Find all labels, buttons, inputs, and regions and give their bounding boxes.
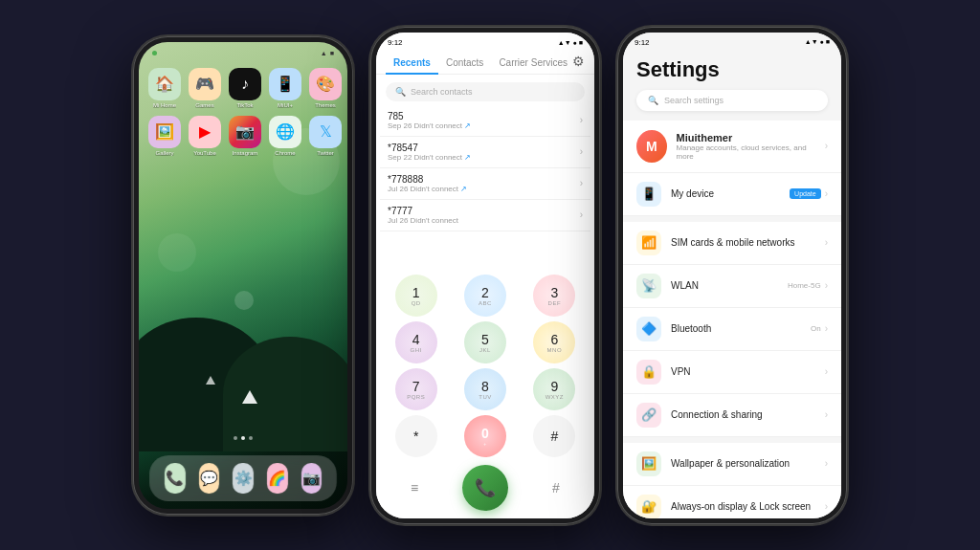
wallpaper-icon: 🖼️: [636, 451, 661, 476]
app-themes[interactable]: 🎨 Themes: [309, 68, 342, 108]
bluetooth-chevron: ›: [825, 323, 828, 334]
dial-key-6[interactable]: 6 MNO: [533, 321, 575, 363]
dock-photos[interactable]: 🌈: [267, 463, 288, 494]
call-chevron-1: ›: [580, 146, 583, 157]
my-device-icon: 📱: [636, 182, 661, 207]
app-miui[interactable]: 📱 MiUI+: [269, 68, 301, 108]
dial-key-1[interactable]: 1 QD: [395, 275, 437, 317]
dial-key-8[interactable]: 8 TUV: [464, 368, 506, 410]
call-item-1[interactable]: *78547 Sep 22 Didn't connect ↗ ›: [380, 137, 590, 168]
settings-item-vpn[interactable]: 🔒 VPN ›: [623, 351, 841, 394]
my-device-title: My device: [671, 188, 780, 199]
profile-item[interactable]: M Miuithemer Manage accounts, cloud serv…: [623, 121, 841, 173]
app-gallery[interactable]: 🖼️ Gallery: [148, 116, 181, 156]
dial-key-2-label: 2: [481, 285, 489, 300]
settings-time: 9:12: [635, 38, 650, 47]
sim-chevron: ›: [825, 237, 828, 248]
dock-settings[interactable]: ⚙️: [233, 463, 254, 494]
phone-tabs: Recents Contacts Carrier Services ⚙: [376, 50, 594, 75]
settings-item-wlan[interactable]: 📡 WLAN Home-5G ›: [623, 265, 841, 308]
app-chrome[interactable]: 🌐 Chrome: [269, 116, 301, 156]
wallpaper-title: Wallpaper & personalization: [671, 458, 815, 469]
dialpad-grid-button[interactable]: #: [541, 473, 571, 503]
dial-key-4-sub: GHI: [411, 347, 422, 353]
hill-left: [139, 318, 273, 451]
settings-screen: 9:12 ▲▼ ● ■ Settings 🔍 Search settings: [623, 33, 841, 518]
recent-calls-list: 785 Sep 26 Didn't connect ↗ › *78547: [376, 105, 594, 269]
settings-item-my-device[interactable]: 📱 My device Update ›: [623, 173, 841, 216]
settings-item-sim[interactable]: 📶 SIM cards & mobile networks ›: [623, 222, 841, 265]
battery-wifi-icons: ▲▼ ● ■: [558, 39, 583, 46]
deco-dot: [234, 291, 254, 310]
app-twitter[interactable]: 𝕏 Twitter: [309, 116, 342, 156]
wallpaper-content: Wallpaper & personalization: [671, 458, 815, 469]
settings-search-bar[interactable]: 🔍 Search settings: [636, 90, 828, 111]
profile-subtitle: Manage accounts, cloud services, and mor…: [677, 143, 815, 161]
tab-carrier-services[interactable]: Carrier Services: [491, 54, 575, 74]
wlan-chevron: ›: [825, 280, 828, 291]
app-instagram[interactable]: 📷 Instagram: [229, 116, 261, 156]
deco-circle-2: [158, 233, 196, 272]
dial-key-6-sub: MNO: [547, 347, 563, 353]
settings-item-connection[interactable]: 🔗 Connection & sharing ›: [623, 394, 841, 437]
profile-name: Miuithemer: [677, 132, 815, 143]
phone-app-time: 9:12: [388, 38, 403, 47]
app-tiktok[interactable]: ♪ TikTok: [229, 68, 261, 108]
call-chevron-2: ›: [580, 178, 583, 188]
call-chevron-0: ›: [580, 115, 583, 125]
phone-1: ▲ ■ 🏠 Mi Home 🎮 Games ♪: [133, 36, 353, 515]
call-number-1: *78547: [388, 143, 471, 153]
dial-key-0[interactable]: 0 +: [464, 415, 506, 457]
settings-list: M Miuithemer Manage accounts, cloud serv…: [623, 121, 841, 518]
dial-key-3[interactable]: 3 DEF: [533, 275, 575, 317]
dial-key-9[interactable]: 9 WXYZ: [533, 368, 575, 410]
dialpad-grid: 1 QD 2 ABC 3 DEF 4 GHI: [384, 275, 587, 457]
dial-key-3-sub: DEF: [548, 300, 562, 306]
settings-title: Settings: [636, 57, 828, 82]
dialpad-menu-button[interactable]: ≡: [399, 473, 430, 503]
settings-item-wallpaper[interactable]: 🖼️ Wallpaper & personalization ›: [623, 443, 841, 486]
settings-item-aod[interactable]: 🔐 Always-on display & Lock screen ›: [623, 486, 841, 518]
gear-icon[interactable]: ⚙: [572, 54, 585, 69]
tab-contacts[interactable]: Contacts: [438, 54, 491, 74]
call-item-3[interactable]: *7777 Jul 26 Didn't connect ›: [380, 200, 590, 231]
tab-recents[interactable]: Recents: [386, 54, 438, 74]
vpn-icon: 🔒: [636, 360, 661, 385]
profile-info: Miuithemer Manage accounts, cloud servic…: [677, 132, 815, 161]
call-item-0[interactable]: 785 Sep 26 Didn't connect ↗ ›: [380, 105, 590, 137]
bluetooth-content: Bluetooth: [671, 323, 801, 334]
dial-key-5-label: 5: [481, 332, 489, 347]
call-info-3: *7777 Jul 26 Didn't connect: [388, 206, 458, 225]
call-button[interactable]: 📞: [462, 465, 508, 511]
app-youtube[interactable]: ▶ YouTube: [189, 116, 221, 156]
sim-title: SIM cards & mobile networks: [671, 237, 815, 248]
call-info-1: *78547 Sep 22 Didn't connect ↗: [388, 143, 471, 162]
dial-key-hash[interactable]: #: [533, 415, 575, 457]
phones-container: ▲ ■ 🏠 Mi Home 🎮 Games ♪: [114, 8, 866, 543]
settings-item-bluetooth[interactable]: 🔷 Bluetooth On ›: [623, 308, 841, 351]
app-mi-home[interactable]: 🏠 Mi Home: [148, 68, 181, 108]
dock-messages[interactable]: 💬: [199, 463, 220, 494]
phone-2-screen: 9:12 ▲▼ ● ■ Recents Contacts Carrier Ser…: [376, 33, 594, 518]
vpn-chevron: ›: [825, 366, 828, 377]
dial-key-2[interactable]: 2 ABC: [464, 275, 506, 317]
bluetooth-value: On: [811, 324, 821, 333]
dial-key-5[interactable]: 5 JKL: [464, 321, 506, 363]
home-screen: ▲ ■ 🏠 Mi Home 🎮 Games ♪: [139, 42, 347, 509]
app-games[interactable]: 🎮 Games: [189, 68, 221, 108]
dock-camera[interactable]: 📷: [301, 463, 322, 494]
dial-key-1-label: 1: [412, 285, 420, 300]
my-device-chevron: ›: [825, 188, 828, 199]
dial-key-star[interactable]: *: [395, 415, 437, 457]
dialpad-actions: ≡ 📞 #: [384, 461, 587, 515]
dial-key-4[interactable]: 4 GHI: [395, 321, 437, 363]
dial-key-2-sub: ABC: [479, 300, 492, 306]
dial-key-7[interactable]: 7 PQRS: [395, 368, 437, 410]
my-device-content: My device: [671, 188, 780, 199]
call-item-2[interactable]: *778888 Jul 26 Didn't connect ↗ ›: [380, 168, 590, 200]
connection-icon: 🔗: [636, 403, 661, 428]
contacts-search[interactable]: 🔍 Search contacts: [386, 82, 585, 101]
call-redirect-icon-0: ↗: [464, 121, 471, 130]
aod-icon: 🔐: [636, 495, 661, 518]
dock-phone[interactable]: 📞: [165, 463, 186, 494]
